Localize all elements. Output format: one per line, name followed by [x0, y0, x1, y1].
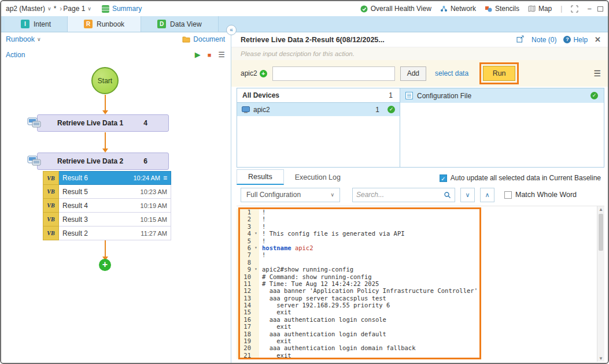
match-whole-word-option[interactable]: Match Whole Word — [504, 191, 577, 199]
result-row[interactable]: VBResult 410:19 AM — [43, 199, 171, 213]
open-in-window-icon — [516, 35, 525, 43]
code-text: # Command: show running-config — [259, 273, 372, 280]
code-text: aaa authentication login console — [259, 316, 386, 323]
device-task-icon — [27, 116, 42, 131]
close-panel-button[interactable]: ✕ — [595, 35, 601, 44]
scroll-down-icon[interactable]: ▼ — [597, 356, 604, 361]
result-row[interactable]: VBResult 610:24 AM≡ — [43, 171, 171, 185]
code-line: 3! — [237, 223, 604, 230]
code-text: aaa authentication login domain fallback — [259, 344, 416, 351]
code-line: 9▾apic2#show running-config — [237, 266, 604, 273]
maximize-button[interactable] — [597, 6, 603, 12]
code-scrollbar[interactable]: ▲ ▼ — [597, 206, 604, 362]
tab-data-view[interactable]: D Data View — [141, 16, 218, 32]
result-row[interactable]: VBResult 211:27 AM — [43, 226, 171, 240]
search-icon[interactable] — [444, 191, 451, 199]
fullscreen-button[interactable] — [571, 5, 578, 13]
code-lines: 1!2!3!4▾! This config file is generated … — [237, 206, 604, 359]
run-button[interactable]: Run — [483, 66, 515, 81]
map-button[interactable]: Map — [528, 5, 552, 13]
result-label: Result 4 — [62, 202, 141, 210]
action-title: Retrieve Live Data 2-Result 6(08/12/2025… — [241, 36, 510, 44]
tab-execution-log[interactable]: Execution Log — [284, 169, 352, 185]
code-text: exit — [259, 323, 291, 330]
pane-menu-icon[interactable]: ☰ — [593, 69, 601, 78]
health-icon — [360, 5, 368, 13]
code-text: aaa banner 'Application Policy Infrastru… — [259, 287, 478, 294]
config-viewer[interactable]: 1!2!3!4▾! This config file is generated … — [237, 206, 604, 362]
fold-spacer — [253, 309, 259, 315]
code-line: 12 aaa banner 'Application Policy Infras… — [237, 287, 604, 294]
view-tab-bar: I Intent R Runbook D Data View — [1, 16, 608, 32]
config-file-icon — [405, 92, 413, 99]
auto-update-option[interactable]: ✓ Auto update all selected data in Curre… — [440, 174, 601, 185]
note-button[interactable]: Note (0) — [532, 36, 556, 44]
auto-update-checkbox[interactable]: ✓ — [440, 174, 447, 182]
map-title-chevron-icon[interactable]: ∨ — [47, 6, 51, 12]
overall-health-view-button[interactable]: Overall Health View — [360, 5, 431, 13]
result-row[interactable]: VBResult 310:15 AM — [43, 213, 171, 226]
find-next-button[interactable]: ∨ — [460, 188, 475, 202]
map-title[interactable]: ap2 (Master) — [6, 5, 45, 13]
device-icon — [242, 106, 250, 113]
fold-toggle-icon[interactable]: ▾ — [253, 266, 259, 273]
tab-runbook[interactable]: R Runbook — [68, 16, 141, 32]
code-line: 7! — [237, 251, 604, 258]
fold-spacer — [253, 287, 259, 294]
device-row-apic2[interactable]: apic2 1 ✓ — [237, 103, 400, 116]
result-row[interactable]: VBResult 510:23 AM — [43, 185, 171, 199]
fold-toggle-icon[interactable]: ▾ — [253, 230, 259, 237]
data-success-icon: ✓ — [590, 92, 598, 99]
view-selector-dropdown[interactable]: Full Configuration ∨ — [241, 188, 340, 202]
tab-results[interactable]: Results — [237, 169, 284, 185]
line-number: 10 — [237, 273, 253, 280]
add-device-icon[interactable]: + — [260, 70, 267, 77]
result-menu-icon[interactable]: ≡ — [163, 174, 167, 182]
flow-node-retrieve-live-data-1[interactable]: Retrieve Live Data 1 4 — [37, 114, 169, 132]
line-number: 1 — [237, 209, 253, 216]
open-in-window-button[interactable] — [516, 35, 525, 45]
code-text: apic2#show running-config — [259, 266, 353, 273]
match-whole-word-checkbox[interactable] — [504, 191, 512, 199]
description-placeholder[interactable]: Please input description for this action… — [241, 50, 355, 57]
page-selector[interactable]: Page 1 — [63, 5, 85, 13]
search-input[interactable] — [356, 191, 444, 199]
stencils-button[interactable]: Stencils — [485, 5, 519, 13]
flow-node-retrieve-live-data-2[interactable]: Retrieve Live Data 2 6 — [37, 153, 169, 170]
code-line: 17 exit — [237, 323, 604, 330]
results-tab-bar: Results Execution Log ✓ Auto update all … — [231, 168, 608, 185]
network-button[interactable]: Network — [440, 5, 476, 13]
fold-toggle-icon[interactable]: ▾ — [253, 244, 259, 251]
summary-link[interactable]: Summary — [102, 5, 142, 13]
result-main: Result 310:15 AM — [59, 213, 171, 226]
scrollbar-thumb[interactable] — [599, 214, 603, 251]
runbook-panel: Runbook ∨ Document Action ▶ ■ ☰ Start — [1, 32, 231, 363]
line-number: 13 — [237, 295, 253, 302]
line-number: 5 — [237, 237, 253, 244]
page-chevron-icon[interactable]: ∨ — [87, 6, 91, 12]
help-button[interactable]: ? Help — [563, 36, 588, 44]
start-node[interactable]: Start — [91, 67, 119, 94]
select-data-link[interactable]: select data — [435, 69, 468, 77]
fold-spacer — [253, 259, 259, 266]
fold-spacer — [253, 352, 259, 359]
find-previous-button[interactable]: ∧ — [480, 188, 494, 202]
help-icon: ? — [563, 36, 571, 43]
fold-spacer — [253, 223, 259, 230]
scroll-up-icon[interactable]: ▲ — [597, 207, 604, 212]
app-window: ap2 (Master) ∨ * › Page 1 ∨ Summary Over… — [0, 0, 609, 364]
minimize-button[interactable]: − — [587, 5, 592, 13]
device-input[interactable] — [272, 66, 395, 81]
collapse-panel-button[interactable]: « — [226, 25, 237, 35]
code-line: 21 exit — [237, 352, 604, 359]
fold-spacer — [253, 216, 259, 222]
line-number: 8 — [237, 259, 253, 266]
add-action-button[interactable]: + — [99, 259, 111, 271]
data-type-row-configuration-file[interactable]: Configuration File ✓ — [400, 88, 604, 103]
add-button[interactable]: Add — [400, 66, 426, 81]
top-bar-actions: Overall Health View Network Stencils Map… — [352, 5, 603, 13]
tab-intent[interactable]: I Intent — [5, 16, 68, 32]
code-text: aaa authentication login default — [259, 330, 386, 337]
code-line: 6▾hostname apic2 — [237, 244, 604, 251]
code-line: 20 aaa authentication login domain fallb… — [237, 344, 604, 351]
